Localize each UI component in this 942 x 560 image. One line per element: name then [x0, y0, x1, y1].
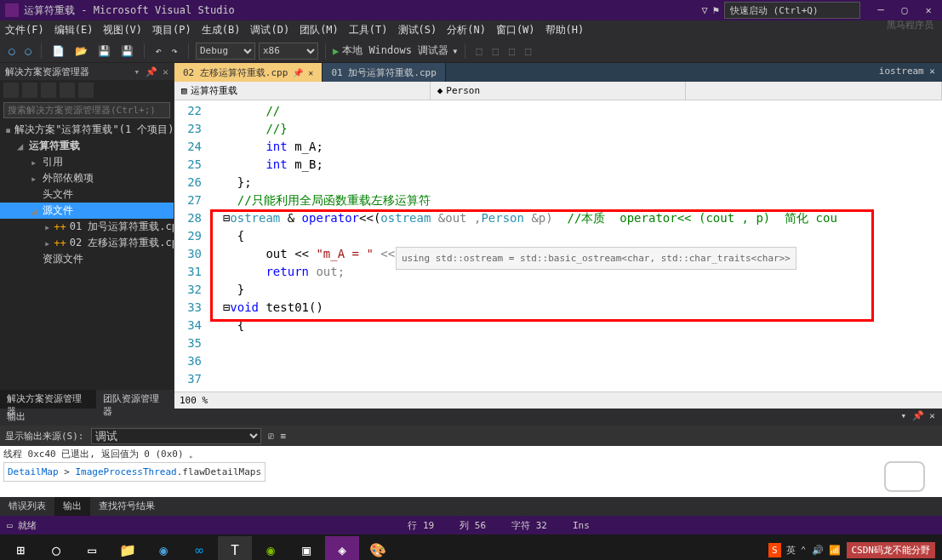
app-icon-1[interactable]: ∞: [182, 536, 216, 560]
menu-team[interactable]: 团队(M): [300, 23, 339, 37]
tab-error-list[interactable]: 错误列表: [0, 497, 54, 516]
menu-debug[interactable]: 调试(D): [250, 23, 289, 37]
status-ready: ▭ 就绪: [7, 519, 37, 532]
flag-icon[interactable]: ⚑: [713, 4, 719, 16]
tab-solution-explorer[interactable]: 解决方案资源管理器: [0, 390, 96, 409]
external-node[interactable]: 外部依赖项: [43, 171, 94, 186]
menu-build[interactable]: 生成(B): [202, 23, 241, 37]
vs-logo-icon: [5, 3, 19, 17]
zoom-level[interactable]: 100 %: [180, 395, 208, 406]
step-over-button[interactable]: ⬚: [489, 43, 502, 59]
file-node-2[interactable]: 02 左移运算符重载.cpp: [70, 236, 174, 250]
step-out-button[interactable]: ⬚: [522, 43, 534, 59]
code-editor: 02 左移运算符重载.cpp📌✕ 01 加号运算符重载.cpp iostream…: [174, 63, 942, 409]
refresh-icon[interactable]: [22, 83, 37, 98]
output-source-select[interactable]: 调试: [91, 428, 261, 444]
breadcrumb-member[interactable]: [686, 82, 942, 100]
vs-taskbar-icon[interactable]: ◈: [325, 536, 359, 560]
menu-view[interactable]: 视图(V): [103, 23, 142, 37]
editor-tab-right[interactable]: iostream ✕: [872, 63, 942, 82]
quick-launch-input[interactable]: 快速启动 (Ctrl+Q): [724, 2, 860, 19]
editor-tab-active[interactable]: 02 左移运算符重载.cpp📌✕: [174, 63, 323, 82]
nav-back-button[interactable]: ◯: [5, 43, 18, 59]
headers-node[interactable]: 头文件: [43, 187, 73, 202]
notification-icon[interactable]: ▽: [702, 4, 708, 16]
resources-node[interactable]: 资源文件: [43, 252, 83, 266]
csdn-watermark: CSDN码龙不能分野: [847, 542, 936, 558]
nav-fwd-button[interactable]: ◯: [21, 43, 34, 59]
watermark-text: 黑马程序员: [887, 19, 933, 31]
title-bar: 运算符重载 - Microsoft Visual Studio ▽ ⚑ 快速启动…: [0, 0, 942, 20]
maximize-button[interactable]: ▢: [896, 4, 913, 16]
output-source-label: 显示输出来源(S):: [5, 430, 84, 443]
output-pin-icon[interactable]: ▾ 📌 ✕: [901, 410, 936, 424]
step-into-button[interactable]: ⬚: [505, 43, 518, 59]
menu-window[interactable]: 窗口(W): [496, 23, 535, 37]
menu-tools[interactable]: 工具(T): [349, 23, 388, 37]
code-area[interactable]: // //} int m_A; int m_B; }; //只能利用全局函数重载…: [208, 100, 942, 391]
output-clear-icon[interactable]: ⎚: [268, 431, 274, 442]
step-button[interactable]: ⬚: [472, 43, 485, 59]
tray-icons[interactable]: ⌃ 🔊 📶: [801, 545, 842, 556]
menu-edit[interactable]: 编辑(E): [54, 23, 94, 37]
menu-analyze[interactable]: 分析(N): [447, 23, 486, 37]
home-icon[interactable]: [3, 83, 19, 98]
main-toolbar: ◯ ◯ 📄 📂 💾 💾 ↶ ↷ Debug x86 ▶ 本地 Windows 调…: [0, 39, 942, 63]
line-gutter: 22232425262728293031323334353637: [174, 100, 208, 391]
minimize-button[interactable]: ─: [872, 4, 889, 16]
save-button[interactable]: 💾: [94, 43, 114, 59]
status-line: 行 19: [408, 519, 434, 532]
tray-lang[interactable]: 英: [786, 544, 796, 557]
video-play-overlay[interactable]: [884, 461, 925, 492]
browser-icon[interactable]: ◉: [146, 536, 180, 560]
output-text[interactable]: 线程 0xc40 已退出, 返回值为 0 (0x0) 。 DetailMap >…: [0, 446, 942, 497]
breadcrumb-class[interactable]: ◆ Person: [431, 82, 687, 100]
cortana-icon[interactable]: ◯: [39, 536, 73, 560]
tab-team-explorer[interactable]: 团队资源管理器: [96, 390, 174, 409]
redo-button[interactable]: ↷: [168, 43, 181, 59]
status-char: 字符 32: [511, 519, 547, 532]
tab-find-results[interactable]: 查找符号结果: [90, 497, 163, 516]
close-button[interactable]: ✕: [920, 4, 937, 16]
editor-tab-2[interactable]: 01 加号运算符重载.cpp: [323, 63, 445, 82]
app-icon-3[interactable]: ◉: [254, 536, 288, 560]
breadcrumb-scope[interactable]: ▧ 运算符重载: [174, 82, 431, 100]
menu-file[interactable]: 文件(F): [5, 23, 44, 37]
menu-test[interactable]: 测试(S): [398, 23, 437, 37]
solution-root[interactable]: 解决方案"运算符重载"(1 个项目): [14, 123, 174, 137]
show-all-icon[interactable]: [60, 83, 75, 98]
save-all-button[interactable]: 💾: [117, 43, 137, 59]
platform-select[interactable]: x86: [259, 43, 318, 60]
solution-search-input[interactable]: [3, 102, 170, 118]
open-button[interactable]: 📂: [71, 43, 91, 59]
solution-explorer: 解决方案资源管理器 ▾ 📌 ✕ ▪解决方案"运算符重载"(1 个项目) ◢运算符…: [0, 63, 174, 409]
project-node[interactable]: 运算符重载: [29, 139, 80, 153]
menu-help[interactable]: 帮助(H): [545, 23, 585, 37]
start-button[interactable]: ⊞: [3, 536, 37, 560]
file-node-1[interactable]: 01 加号运算符重载.cpp: [70, 220, 174, 234]
refs-node[interactable]: 引用: [43, 155, 63, 169]
tab-pin-icon[interactable]: 📌: [293, 68, 303, 77]
explorer-icon[interactable]: 📁: [111, 536, 145, 560]
task-view-icon[interactable]: ▭: [75, 536, 109, 560]
output-wrap-icon[interactable]: ≡: [281, 431, 287, 442]
app-icon-2[interactable]: T: [218, 536, 252, 560]
config-select[interactable]: Debug: [196, 43, 255, 60]
solution-explorer-title: 解决方案资源管理器: [5, 66, 89, 78]
solution-tree[interactable]: ▪解决方案"运算符重载"(1 个项目) ◢运算符重载 ▸引用 ▸外部依赖项 头文…: [0, 120, 174, 390]
undo-button[interactable]: ↶: [151, 43, 164, 59]
app-icon-4[interactable]: ▣: [289, 536, 323, 560]
window-title: 运算符重载 - Microsoft Visual Studio: [24, 3, 697, 18]
debugger-dropdown[interactable]: ▾: [452, 45, 458, 57]
debugger-button[interactable]: 本地 Windows 调试器: [342, 43, 448, 58]
tray-ime-icon[interactable]: S: [768, 543, 781, 557]
tab-close-icon[interactable]: ✕: [308, 68, 313, 77]
new-file-button[interactable]: 📄: [49, 43, 68, 59]
properties-icon[interactable]: [78, 83, 94, 98]
sources-node[interactable]: 源文件: [43, 203, 73, 218]
menu-project[interactable]: 项目(P): [152, 23, 191, 37]
panel-pin-icon[interactable]: ▾ 📌 ✕: [134, 66, 169, 77]
sync-icon[interactable]: [41, 83, 56, 98]
paint-icon[interactable]: 🎨: [361, 536, 395, 560]
tab-output[interactable]: 输出: [54, 497, 90, 516]
